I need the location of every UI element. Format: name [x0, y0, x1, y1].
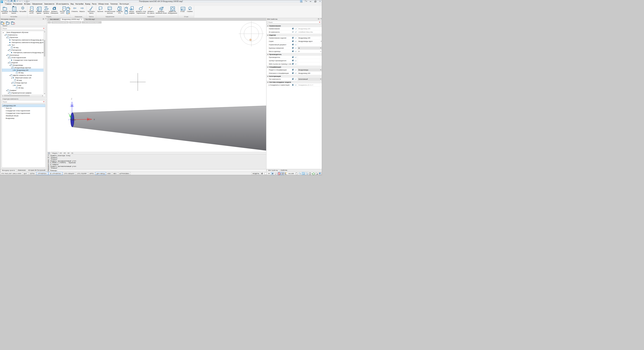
open-base-icon[interactable]: ▾ — [6, 21, 10, 24]
tree-item[interactable]: Повторитель компонента Воздуховод Ду100 — [2, 41, 45, 44]
export-ifc-button[interactable]: Экспорт в IFC — [59, 6, 66, 16]
tab-postroenie[interactable]: Построение — [12, 3, 23, 5]
doc-tab-test[interactable]: Тест/3D вид* — [84, 18, 96, 21]
toggle-izo[interactable]: ИЗО — [106, 172, 112, 175]
regen-icon[interactable] — [312, 172, 315, 175]
tree-item[interactable]: Каталожные — [2, 54, 45, 56]
view-style-button[interactable]: Пользовательский вид — [51, 21, 69, 24]
zoom-icon[interactable] — [298, 172, 301, 175]
cycle-icon[interactable]: C — [294, 40, 298, 42]
formula-icon[interactable]: f — [294, 28, 298, 30]
tab-vid[interactable]: Вид — [70, 3, 74, 5]
puzzle-doc-icon[interactable] — [125, 11, 128, 14]
tab-ventilyaciya[interactable]: Вентиляция — [119, 3, 130, 6]
tree-item[interactable]: Линейный объем — [2, 114, 45, 117]
property-select[interactable]: Воздуховоды — [298, 69, 322, 71]
toggle-setka[interactable]: СЕТКА — [28, 172, 36, 175]
property-value[interactable]: Воздуховод 100 — [298, 36, 322, 40]
add-room-button[interactable]: Добавить помещение — [50, 6, 59, 16]
route-button[interactable]: Проложить трассу — [87, 6, 96, 16]
tab-project-manager[interactable]: Менеджер проекта — [0, 169, 16, 172]
add-connection-point-button[interactable]: Добавить точку подключения — [136, 6, 147, 16]
orbit-icon[interactable] — [308, 172, 312, 175]
section-izdelie[interactable]: Изделие — [266, 34, 322, 36]
clear-search-icon[interactable]: ✕ — [42, 27, 45, 30]
highlight-cursor-icon[interactable] — [271, 172, 274, 175]
cycle-icon[interactable]: C — [294, 69, 298, 71]
cycle-icon[interactable]: C — [294, 72, 298, 74]
close-panel-icon[interactable]: ✕ — [45, 18, 46, 20]
fullscreen-icon[interactable] — [318, 172, 322, 175]
cycle-icon[interactable]: C — [294, 50, 298, 52]
bim-search-input[interactable] — [268, 21, 318, 23]
cycle-icon[interactable]: C — [294, 56, 298, 58]
clear-search-icon[interactable]: ✕ — [318, 21, 321, 24]
viewport-3d[interactable]: + Пользовательский вид Тонированный --- … — [47, 21, 266, 152]
command-history[interactable]: Укажите конечную точку *Отмена* *Отмена*… — [50, 154, 266, 169]
settings-button[interactable]: Настройки — [19, 6, 27, 16]
tree-item[interactable]: Проектные — [2, 36, 45, 39]
section-proizvoditel[interactable]: Производитель — [266, 53, 322, 56]
property-value[interactable]: 2cbd9be8-3bea-46a — [298, 30, 322, 34]
cycle-icon[interactable]: C — [294, 44, 298, 46]
tree-item[interactable]: Тест — [2, 44, 45, 46]
lock-icon[interactable] — [291, 44, 294, 45]
tree-item[interactable]: Компоненты — [2, 34, 45, 36]
lock-icon[interactable] — [291, 73, 294, 74]
unlock-icon[interactable] — [291, 85, 294, 86]
cursor-menu-icon[interactable] — [281, 172, 284, 175]
lock-icon[interactable] — [291, 38, 294, 39]
formula-icon[interactable]: Ĉ — [294, 31, 298, 33]
property-value[interactable]: 0кг — [298, 50, 322, 53]
duct-3d-model[interactable] — [71, 106, 266, 150]
tree-item[interactable]: Тело (1) — [2, 107, 45, 109]
close-command-icon[interactable]: ✕ — [48, 154, 49, 156]
tree-item[interactable]: Другие элементы систем — [2, 74, 45, 76]
toggle-din-vvod[interactable]: ДИН-ВВОД — [95, 172, 106, 175]
pan-icon[interactable] — [295, 172, 298, 175]
list-export-icon[interactable] — [66, 11, 70, 14]
lock-icon[interactable] — [291, 51, 294, 52]
cycle-icon[interactable]: C — [294, 63, 298, 65]
section-kategorizaciya[interactable]: Категоризация — [266, 75, 322, 77]
tab-a1[interactable]: A1 — [70, 152, 74, 154]
lock-icon[interactable] — [291, 28, 294, 29]
project-search-input[interactable] — [2, 28, 42, 29]
nanocad-logo-icon[interactable] — [1, 1, 3, 3]
section-naimenovanie[interactable]: Наименование — [266, 25, 322, 27]
leader-button[interactable]: Выноска — [97, 6, 104, 16]
paper-icon[interactable] — [264, 172, 267, 175]
restore-panels-button[interactable]: Восстановить панели — [8, 6, 19, 16]
minimize-button[interactable] — [310, 0, 312, 2]
tab-properties[interactable]: Свойства — [279, 169, 288, 171]
lock-layers-icon[interactable] — [261, 172, 264, 175]
tree-item[interactable]: Параметрическая графика — [2, 92, 45, 94]
property-value[interactable]: Воздуховод 100 — [298, 72, 322, 75]
toggle-oprivyazka[interactable]: оПРИВЯЗКА — [36, 172, 48, 175]
linked-views-button[interactable]: --- нет связанных видов --- — [82, 21, 102, 24]
tab-model[interactable]: Модель — [51, 152, 58, 154]
clear-search-icon[interactable]: ✕ — [42, 100, 45, 103]
close-panel-icon[interactable]: ✕ — [320, 18, 322, 20]
tree-item[interactable]: 3D вид — [2, 46, 45, 49]
tab-vyvod[interactable]: Вывод — [84, 3, 91, 5]
import-graphics-button[interactable]: Импорт графики — [128, 6, 136, 16]
property-value[interactable] — [298, 59, 322, 62]
dropdown-icon[interactable] — [320, 70, 321, 70]
close-button[interactable]: × — [319, 0, 321, 2]
no-selection-icon[interactable] — [278, 172, 280, 175]
lock-icon[interactable] — [291, 48, 294, 49]
add-view-button[interactable]: + — [48, 21, 51, 24]
add-linear-volume-button[interactable]: Добавить линейный объем — [155, 6, 167, 16]
tab-glavnaya[interactable]: Главная — [4, 3, 12, 5]
puzzle-icon[interactable] — [125, 8, 128, 11]
property-value[interactable] — [298, 62, 322, 66]
undo-button[interactable]: Отменить — [71, 6, 78, 16]
project-manager-button[interactable]: Менеджер проекта — [1, 6, 8, 16]
zoom-active-icon[interactable] — [302, 172, 305, 175]
tab-topoplan[interactable]: Топоплан — [110, 3, 118, 5]
toggle-ots-polyar[interactable]: ОТС-ПОЛЯР — [76, 172, 88, 175]
toggle-shtrihovka[interactable]: ШТРИХОВКА — [118, 172, 130, 175]
layout-list-icon[interactable] — [48, 152, 50, 154]
tab-zavisimosti[interactable]: Зависимости — [43, 3, 55, 5]
